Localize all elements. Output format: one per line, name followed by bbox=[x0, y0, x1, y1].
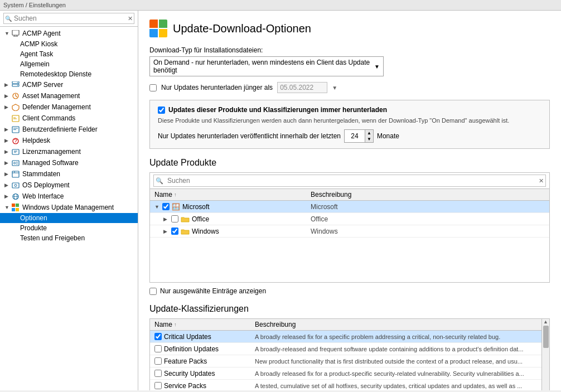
tree-expand-icon[interactable]: ▼ bbox=[154, 204, 162, 210]
nav-tree: ▼ ACMP Agent ACMP Kiosk Agent Task bbox=[0, 27, 138, 244]
class-checkbox[interactable] bbox=[154, 370, 162, 377]
product-table: 🔍 ✕ Name ↑ Beschreibung bbox=[150, 173, 549, 282]
months-spinner[interactable]: ▲ ▼ bbox=[344, 129, 374, 143]
svg-rect-29 bbox=[12, 183, 19, 188]
sidebar-item-asset-mgmt[interactable]: ▶ Asset Management bbox=[0, 90, 138, 101]
product-table-wrapper: 🔍 ✕ Name ↑ Beschreibung bbox=[149, 172, 550, 283]
sidebar-item-acmp-agent[interactable]: ▼ ACMP Agent bbox=[0, 28, 138, 39]
class-checkbox[interactable] bbox=[154, 345, 162, 352]
sidebar-item-label-client-commands: Client Commands bbox=[22, 114, 136, 122]
product-checkbox[interactable] bbox=[171, 215, 178, 222]
class-checkbox[interactable] bbox=[154, 382, 162, 389]
os-deployment-icon bbox=[11, 181, 20, 190]
name-sort-icon: ↑ bbox=[174, 192, 177, 197]
sidebar-search-input[interactable] bbox=[3, 13, 134, 24]
svg-point-30 bbox=[14, 184, 17, 186]
sidebar-item-acmp-server[interactable]: ▶ ACMP Server bbox=[0, 79, 138, 90]
product-checkbox[interactable] bbox=[171, 228, 178, 235]
sidebar-item-remotedesktop[interactable]: Remotedesktop Dienste bbox=[0, 69, 138, 79]
sidebar-item-label-web-interface: Web Interface bbox=[22, 192, 136, 200]
months-unit: Monate bbox=[377, 132, 399, 140]
tree-expand-icon[interactable]: ▶ bbox=[163, 229, 171, 234]
months-input[interactable] bbox=[345, 131, 365, 141]
product-desc-cell: Office bbox=[306, 214, 549, 224]
sidebar-item-defender-mgmt[interactable]: ▶ Defender Management bbox=[0, 101, 138, 113]
months-label: Nur Updates herunterladen veröffentlicht… bbox=[158, 132, 341, 140]
dropdown-chevron-icon: ▼ bbox=[374, 64, 380, 70]
download-type-value: On Demand - nur herunterladen, wenn mind… bbox=[153, 59, 371, 74]
sidebar-item-label-helpdesk: Helpdesk bbox=[22, 137, 136, 144]
sidebar-item-acmp-kiosk[interactable]: ACMP Kiosk bbox=[0, 39, 138, 49]
classification-table-wrapper: Name ↑ Beschreibung Critical Updates A b… bbox=[149, 318, 550, 390]
product-desc-header: Beschreibung bbox=[306, 189, 549, 200]
date-input[interactable] bbox=[277, 82, 327, 93]
sidebar: 🔍 ✕ ▼ ACMP Agent ACMP Kiosk bbox=[0, 11, 138, 390]
class-name-label: Security Updates bbox=[164, 370, 215, 378]
sidebar-item-produkte[interactable]: Produkte bbox=[0, 223, 138, 233]
classification-scrollbar[interactable]: ▲ ▼ bbox=[541, 319, 549, 390]
sidebar-item-label-managed-software: Managed Software bbox=[22, 159, 136, 167]
download-type-dropdown[interactable]: On Demand - nur herunterladen, wenn mind… bbox=[149, 56, 384, 76]
sidebar-item-optionen[interactable]: Optionen bbox=[0, 213, 138, 223]
table-row[interactable]: ▶ Windows Windows bbox=[150, 225, 549, 238]
asset-icon bbox=[11, 91, 20, 100]
show-selected-checkbox[interactable] bbox=[149, 288, 157, 295]
sidebar-item-managed-software[interactable]: ▶ Managed Software bbox=[0, 157, 138, 168]
table-row[interactable]: ▼ 🪟 Microsoft Microsoft bbox=[150, 201, 549, 213]
section-box: Updates dieser Produkte und Klassifizier… bbox=[149, 100, 550, 149]
sidebar-item-lizenz[interactable]: ▶ Lizenzmanagement bbox=[0, 146, 138, 157]
sidebar-item-label-allgemein: Allgemein bbox=[20, 60, 136, 68]
class-desc-header: Beschreibung bbox=[250, 319, 541, 330]
sidebar-item-stammdaten[interactable]: ▶ Stammdaten bbox=[0, 168, 138, 180]
sidebar-item-agent-task[interactable]: Agent Task bbox=[0, 49, 138, 59]
only-newer-checkbox[interactable] bbox=[149, 84, 157, 91]
product-search-input[interactable] bbox=[153, 175, 546, 187]
class-checkbox[interactable] bbox=[154, 333, 162, 340]
update-products-title: Update Produkte bbox=[149, 158, 550, 168]
sidebar-item-helpdesk[interactable]: ▶ Helpdesk bbox=[0, 135, 138, 146]
class-name-label: Definition Updates bbox=[164, 345, 219, 353]
product-table-header: Name ↑ Beschreibung bbox=[150, 189, 549, 201]
sidebar-item-label-defender-mgmt: Defender Management bbox=[22, 103, 136, 111]
client-commands-icon bbox=[11, 114, 20, 123]
sidebar-item-label-acmp-kiosk: ACMP Kiosk bbox=[20, 40, 136, 48]
server-icon bbox=[11, 80, 20, 89]
table-row[interactable]: ▶ Office Office bbox=[150, 213, 549, 225]
class-name-cell: Service Packs bbox=[150, 381, 250, 391]
license-icon bbox=[11, 147, 20, 156]
section-box-title: Updates dieser Produkte und Klassifizier… bbox=[158, 106, 541, 114]
sidebar-item-os-deployment[interactable]: ▶ OS Deployment bbox=[0, 180, 138, 191]
sidebar-item-testen-freigeben[interactable]: Testen und Freigeben bbox=[0, 233, 138, 243]
table-row[interactable]: Critical Updates A broadly released fix … bbox=[150, 331, 541, 343]
class-desc-cell: New product functionality that is first … bbox=[250, 357, 541, 366]
class-name-header: Name ↑ bbox=[150, 319, 250, 330]
class-desc-cell: A broadly released fix for a specific pr… bbox=[250, 332, 541, 341]
svg-point-5 bbox=[17, 82, 18, 83]
scrollbar-up-button[interactable]: ▲ bbox=[543, 319, 548, 325]
download-type-label: Download-Typ für Installationsdateien: bbox=[149, 46, 550, 54]
sidebar-item-allgemein[interactable]: Allgemein bbox=[0, 59, 138, 69]
sidebar-item-windows-update[interactable]: ▼ Windows Update Management bbox=[0, 202, 138, 213]
product-search-icon: 🔍 bbox=[156, 177, 163, 185]
folder-icon bbox=[181, 216, 190, 222]
table-row[interactable]: Definition Updates A broadly-released an… bbox=[150, 343, 541, 355]
class-desc-cell: A tested, cumulative set of all hotfixes… bbox=[250, 381, 541, 390]
sidebar-search-clear-icon[interactable]: ✕ bbox=[128, 15, 133, 22]
sidebar-item-client-commands[interactable]: Client Commands bbox=[0, 113, 138, 124]
scrollbar-thumb[interactable] bbox=[543, 326, 549, 348]
page-header: Update-Download-Optionen bbox=[149, 20, 550, 37]
section-box-checkbox[interactable] bbox=[158, 107, 165, 114]
sidebar-item-benutzerdefined[interactable]: ▶ Benutzerdefinierte Felder bbox=[0, 124, 138, 135]
sidebar-item-label-acmp-server: ACMP Server bbox=[22, 81, 136, 89]
class-checkbox[interactable] bbox=[154, 357, 162, 365]
table-row[interactable]: Feature Packs New product functionality … bbox=[150, 355, 541, 367]
product-name-label: Office bbox=[192, 215, 209, 223]
sidebar-item-web-interface[interactable]: ▶ Web Interface bbox=[0, 191, 138, 202]
spinner-down-button[interactable]: ▼ bbox=[365, 136, 373, 142]
product-checkbox[interactable] bbox=[162, 203, 170, 210]
table-row[interactable]: Service Packs A tested, cumulative set o… bbox=[150, 380, 541, 390]
product-search-clear-icon[interactable]: ✕ bbox=[539, 177, 544, 185]
spinner-up-button[interactable]: ▲ bbox=[365, 130, 373, 136]
table-row[interactable]: Security Updates A broadly released fix … bbox=[150, 367, 541, 380]
tree-expand-icon[interactable]: ▶ bbox=[163, 216, 171, 222]
